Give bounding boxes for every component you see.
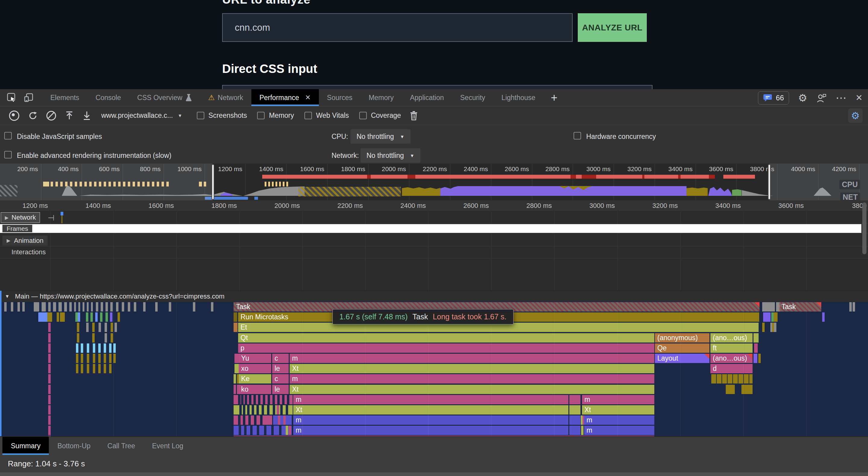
detail-tab-event-log[interactable]: Event Log [144, 437, 192, 455]
reload-and-record-button[interactable] [28, 111, 37, 120]
flame-bar[interactable] [569, 395, 581, 404]
toolbar-checkbox-screenshots[interactable]: Screenshots [197, 112, 247, 120]
track-network[interactable]: ▶ Network [1, 212, 40, 223]
flame-bar[interactable]: Xt [582, 405, 654, 415]
flame-bar[interactable]: Layout [655, 354, 710, 363]
timeline-overview[interactable]: 200 ms400 ms600 ms800 ms1000 ms1200 ms14… [0, 164, 868, 200]
flame-bar[interactable]: m [582, 395, 654, 404]
toolbar-checkbox-memory[interactable]: Memory [257, 112, 294, 120]
more-options-icon[interactable]: ⋯ [836, 93, 846, 103]
expand-triangle-icon[interactable]: ▶ [5, 215, 8, 221]
flame-bar[interactable] [763, 312, 771, 322]
flame-bar[interactable] [753, 354, 757, 363]
flame-bar[interactable] [738, 374, 743, 383]
flame-bar[interactable]: m [293, 395, 568, 404]
flame-bar[interactable]: Qt [238, 333, 654, 343]
save-profile-icon[interactable] [83, 111, 91, 121]
advanced-rendering-checkbox[interactable] [4, 151, 12, 158]
frames-strip[interactable] [0, 224, 861, 233]
flame-bar[interactable]: Xt [290, 385, 654, 394]
track-resize-handle[interactable]: ⊣ [48, 213, 55, 223]
load-profile-icon[interactable] [65, 111, 73, 121]
record-button[interactable] [9, 110, 19, 121]
close-devtools-icon[interactable]: ✕ [856, 94, 863, 102]
inspect-element-icon[interactable] [7, 93, 17, 103]
network-throttling-select[interactable]: No throttling ▼ [361, 148, 421, 163]
flame-bar[interactable] [749, 374, 752, 383]
flame-bar[interactable]: Xt [290, 364, 654, 373]
checkbox[interactable] [359, 112, 367, 119]
analyze-url-button[interactable]: ANALYZE URL [578, 13, 647, 42]
flame-bar[interactable]: (ano…ous) [710, 333, 752, 343]
issues-badge[interactable]: 66 [758, 91, 789, 104]
selection-handle-left[interactable] [212, 164, 214, 200]
detail-tab-summary[interactable]: Summary [2, 437, 49, 455]
flame-bar[interactable] [754, 344, 758, 353]
flame-bar[interactable]: m [584, 415, 654, 425]
flame-bar[interactable] [569, 415, 581, 425]
flame-bar[interactable]: le [272, 385, 289, 394]
tab-memory[interactable]: Memory [361, 89, 402, 106]
cpu-throttling-select[interactable]: No throttling ▼ [350, 129, 410, 144]
checkbox[interactable] [257, 112, 265, 119]
hardware-concurrency-checkbox[interactable] [574, 132, 581, 139]
collapse-triangle-icon[interactable]: ▼ [5, 294, 10, 299]
flame-bar[interactable]: m [293, 426, 568, 435]
flame-bar[interactable] [744, 374, 749, 383]
flame-bar[interactable]: Ke [239, 374, 271, 383]
tab-application[interactable]: Application [402, 89, 452, 106]
flame-bar[interactable] [60, 312, 65, 322]
tab-elements[interactable]: Elements [42, 89, 87, 106]
device-toolbar-icon[interactable] [24, 93, 34, 103]
clear-recording-button[interactable] [46, 111, 56, 121]
tab-console[interactable]: Console [87, 89, 129, 106]
close-tab-icon[interactable]: ✕ [305, 94, 310, 101]
flame-bar[interactable] [711, 374, 716, 383]
flame-bar[interactable] [234, 323, 238, 332]
main-track-header[interactable]: ▼ Main — https://www.projectwallace.com/… [0, 291, 868, 302]
feedback-icon[interactable] [816, 93, 827, 103]
flame-bar[interactable]: Qe [655, 344, 710, 353]
flame-bar[interactable] [726, 385, 735, 394]
checkbox[interactable] [197, 112, 204, 119]
checkbox[interactable] [304, 112, 312, 119]
flame-bar[interactable] [727, 374, 733, 383]
toolbar-checkbox-web-vitals[interactable]: Web Vitals [304, 112, 349, 120]
flame-bar[interactable]: le [272, 364, 289, 373]
flame-bar[interactable] [762, 302, 775, 312]
flame-bar[interactable]: (ano…ous) [710, 354, 752, 363]
flame-bar[interactable]: ft [710, 344, 752, 353]
trash-icon[interactable] [410, 111, 418, 121]
flame-bar[interactable]: Yu [239, 354, 271, 363]
track-frames[interactable]: Frames [2, 225, 32, 232]
detail-tab-call-tree[interactable]: Call Tree [99, 437, 144, 455]
css-textarea[interactable] [222, 85, 652, 89]
add-tab-button[interactable]: + [551, 91, 557, 104]
flame-bar[interactable]: (anonymous) [655, 333, 710, 343]
flame-bar[interactable] [234, 312, 237, 322]
network-request-marker[interactable] [61, 212, 63, 215]
flame-bar[interactable] [753, 333, 758, 343]
selection-handle-right[interactable] [768, 164, 771, 200]
vertical-scrollbar[interactable] [862, 202, 867, 254]
flame-bar[interactable] [722, 374, 727, 383]
flame-bar[interactable]: m [290, 354, 654, 363]
flame-bar[interactable]: m [584, 426, 654, 435]
tab-sources[interactable]: Sources [319, 89, 361, 106]
flame-bar[interactable] [717, 374, 721, 383]
tab-network[interactable]: ⚠Network [200, 89, 251, 106]
flame-bar[interactable]: ko [239, 385, 271, 394]
flame-bar[interactable] [569, 405, 581, 415]
flame-bar[interactable]: c [272, 374, 289, 383]
capture-settings-gear-icon[interactable]: ⚙ [848, 108, 863, 123]
track-animation[interactable]: ▶ Animation [2, 235, 48, 246]
flame-bar[interactable]: c [272, 354, 289, 363]
tab-lighthouse[interactable]: Lighthouse [493, 89, 544, 106]
flame-bar[interactable]: p [238, 344, 654, 353]
track-interactions[interactable]: Interactions [11, 248, 46, 256]
flame-bar[interactable]: xo [239, 364, 271, 373]
flame-bar[interactable]: d [710, 364, 752, 373]
detail-tab-bottom-up[interactable]: Bottom-Up [49, 437, 99, 455]
url-input[interactable]: cnn.com [222, 13, 572, 42]
flame-bar[interactable]: m [290, 374, 654, 383]
